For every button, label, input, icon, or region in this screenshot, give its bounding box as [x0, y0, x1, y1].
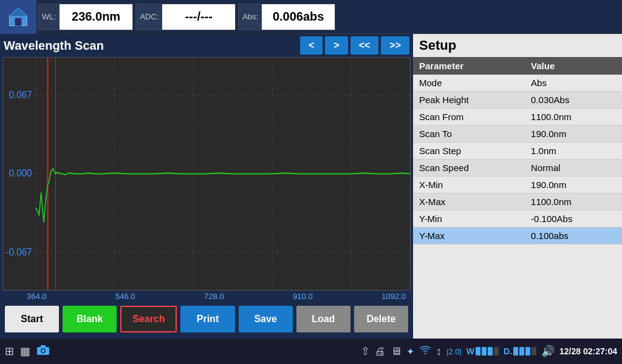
value-cell: -0.100Abs [525, 211, 622, 228]
setup-row[interactable]: ModeAbs [413, 75, 622, 92]
load-button[interactable]: Load [296, 306, 350, 332]
param-cell: Scan From [413, 109, 525, 126]
setup-row[interactable]: Y-Max0.100abs [413, 228, 622, 244]
svg-point-20 [42, 349, 45, 352]
camera-icon[interactable] [36, 345, 50, 359]
taskbar: ⊞ ▦ ⇧ 🖨 🖥 ✦ ↕ |2.0| W [0, 339, 622, 364]
nav-buttons: < > << >> [300, 36, 409, 55]
setup-row[interactable]: Scan SpeedNormal [413, 160, 622, 177]
delete-button[interactable]: Delete [354, 306, 408, 332]
signal-icon: ↕ [436, 345, 442, 358]
param-cell: Peak Height [413, 92, 525, 109]
abs-label: Abs: [239, 4, 262, 30]
setup-table: Parameter Value ModeAbsPeak Height0.030A… [413, 57, 622, 244]
setup-row[interactable]: Scan Step1.0nm [413, 143, 622, 160]
nav-prev-button[interactable]: < [300, 36, 323, 55]
value-cell: 190.0nm [525, 177, 622, 194]
param-cell: Y-Max [413, 228, 525, 244]
x-label-5: 1092.0 [381, 292, 406, 301]
param-cell: X-Max [413, 194, 525, 211]
abs-value: 0.006abs [262, 4, 335, 30]
search-button[interactable]: Search [120, 306, 177, 332]
param-cell: Scan To [413, 126, 525, 143]
param-cell: X-Min [413, 177, 525, 194]
value-cell: 1100.0nm [525, 109, 622, 126]
value-cell: 0.030Abs [525, 92, 622, 109]
table-icon[interactable]: ▦ [20, 345, 30, 358]
svg-point-22 [425, 353, 426, 354]
chart-area: 0.067 0.000 -0.067 [2, 57, 411, 291]
nav-next-button[interactable]: > [325, 36, 347, 55]
bluetooth-icon: ✦ [406, 346, 414, 357]
setup-panel: Setup Parameter Value ModeAbsPeak Height… [413, 34, 622, 339]
nav-next-fast-button[interactable]: >> [381, 36, 409, 55]
save-button[interactable]: Save [239, 306, 293, 332]
setup-row[interactable]: Scan From1100.0nm [413, 109, 622, 126]
clock: 12/28 02:27:04 [559, 346, 617, 356]
svg-text:0.067: 0.067 [9, 89, 32, 100]
setup-row[interactable]: Peak Height0.030Abs [413, 92, 622, 109]
x-label-3: 728.0 [204, 292, 224, 301]
x-label-1: 364.0 [27, 292, 47, 301]
volume-icon: 🔊 [541, 345, 555, 358]
share-icon[interactable]: ⇧ [361, 345, 370, 358]
value-cell: Abs [525, 75, 622, 92]
svg-text:-0.067: -0.067 [6, 246, 32, 257]
adc-value: ---/--- [162, 4, 235, 30]
setup-title: Setup [413, 34, 622, 57]
param-cell: Y-Min [413, 211, 525, 228]
value-cell: 1100.0nm [525, 194, 622, 211]
adc-label: ADC: [136, 4, 162, 30]
abs-block: Abs: 0.006abs [238, 4, 335, 30]
wl-block: WL: 236.0nm [38, 4, 133, 30]
print-button[interactable]: Print [180, 306, 234, 332]
screen-icon[interactable]: 🖥 [391, 345, 402, 358]
setup-row[interactable]: Scan To190.0nm [413, 126, 622, 143]
wl-value: 236.0nm [60, 4, 132, 30]
battery-d: D. [504, 346, 536, 356]
home-button[interactable] [0, 0, 36, 34]
param-cell: Scan Step [413, 143, 525, 160]
blank-button[interactable]: Blank [63, 306, 117, 332]
value-cell: 190.0nm [525, 126, 622, 143]
x-axis: 364.0 546.0 728.0 910.0 1092.0 [2, 291, 411, 302]
start-button[interactable]: Start [5, 306, 59, 332]
setup-row[interactable]: X-Max1100.0nm [413, 194, 622, 211]
x-label-4: 910.0 [293, 292, 313, 301]
param-cell: Mode [413, 75, 525, 92]
value-cell: 1.0nm [525, 143, 622, 160]
wifi-icon [419, 345, 431, 357]
print-taskbar-icon[interactable]: 🖨 [375, 345, 386, 358]
col-value: Value [525, 57, 622, 75]
adc-block: ADC: ---/--- [135, 4, 236, 30]
svg-rect-1 [15, 18, 22, 25]
param-cell: Scan Speed [413, 160, 525, 177]
wl-label: WL: [38, 4, 60, 30]
svg-rect-21 [41, 345, 46, 348]
setup-row[interactable]: Y-Min-0.100Abs [413, 211, 622, 228]
svg-text:0.000: 0.000 [9, 167, 32, 178]
svg-marker-2 [10, 8, 27, 16]
x-label-2: 546.0 [115, 292, 135, 301]
value-cell: 0.100abs [525, 228, 622, 244]
value-cell: Normal [525, 160, 622, 177]
battery-w: W [466, 346, 499, 356]
scan-title: Wavelength Scan [4, 39, 104, 53]
grid-icon[interactable]: ⊞ [5, 345, 14, 358]
action-buttons: Start Blank Search Print Save Load Delet… [2, 302, 411, 336]
version-label: |2.0| [446, 347, 462, 356]
col-parameter: Parameter [413, 57, 525, 75]
nav-prev-fast-button[interactable]: << [350, 36, 379, 55]
setup-row[interactable]: X-Min190.0nm [413, 177, 622, 194]
